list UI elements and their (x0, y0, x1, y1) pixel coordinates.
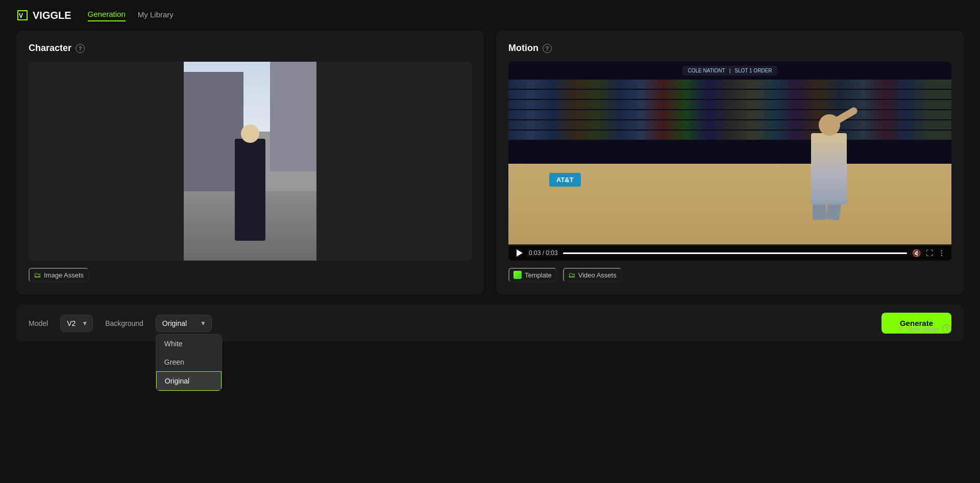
video-assets-label: Video Assets (578, 271, 617, 279)
background-label: Background (105, 319, 143, 327)
video-time: 0:03 / 0:03 (529, 249, 558, 257)
video-folder-icon: 🗂 (568, 271, 575, 279)
character-panel-header: Character ? (29, 43, 472, 54)
template-label: Template (525, 271, 552, 279)
crowd-rows (508, 80, 951, 141)
motion-panel-footer: Template 🗂 Video Assets (508, 268, 951, 282)
nav-items: Generation My Library (88, 10, 174, 21)
image-assets-label: Image Assets (44, 271, 84, 279)
character-panel-footer: 🗂 Image Assets (29, 268, 472, 282)
play-button[interactable] (514, 248, 524, 258)
background-dropdown-menu: White Green Original (156, 334, 222, 391)
character-title: Character (29, 43, 71, 54)
crowd-row-6 (508, 131, 951, 140)
logo-text: VIGGLE (33, 10, 71, 21)
video-controls: 0:03 / 0:03 🔇 ⛶ ⋮ (508, 244, 951, 261)
slow-mode-container: ⏱ Slow mode ? (897, 324, 951, 334)
nav-generation[interactable]: Generation (88, 10, 126, 21)
motion-help-icon[interactable]: ? (543, 44, 552, 53)
video-assets-btn[interactable]: 🗂 Video Assets (563, 268, 622, 282)
slow-mode-icon: ⏱ (897, 325, 903, 333)
svg-text:V: V (19, 12, 23, 19)
motion-panel: Motion ? COLE NATIONT | SLOT 1 ORDER (496, 31, 964, 294)
video-progress-bar[interactable] (563, 252, 907, 254)
video-progress-fill (563, 252, 907, 254)
person-body (235, 139, 265, 241)
crowd-row-1 (508, 80, 951, 89)
nav-my-library[interactable]: My Library (138, 10, 174, 21)
dancer-figure (798, 82, 860, 205)
mute-icon[interactable]: 🔇 (912, 249, 921, 257)
template-btn[interactable]: Template (508, 268, 557, 282)
template-icon (513, 271, 522, 279)
att-sign: AT&T (549, 173, 581, 187)
character-panel: Character ? 🗂 Image Assets (16, 31, 484, 294)
score-text-1: COLE NATIONT (688, 68, 725, 73)
background-select-wrapper: Original ▼ White Green Original (156, 315, 212, 332)
dropdown-original[interactable]: Original (156, 371, 222, 391)
score-text-2: | (729, 68, 731, 73)
main-content: Character ? 🗂 Image Assets (0, 31, 980, 342)
model-select-wrapper: V2 V1 V3 ▼ (60, 315, 93, 332)
crowd-row-4 (508, 110, 951, 119)
person-head (241, 124, 259, 143)
score-text-3: SLOT 1 ORDER (734, 68, 772, 73)
video-scene: COLE NATIONT | SLOT 1 ORDER (508, 62, 951, 245)
top-nav: V VIGGLE Generation My Library (0, 0, 980, 31)
model-label: Model (29, 319, 48, 327)
video-inner: COLE NATIONT | SLOT 1 ORDER (508, 62, 951, 245)
bottom-toolbar: Model V2 V1 V3 ▼ Background Original ▼ W… (16, 304, 964, 342)
svg-marker-2 (517, 249, 523, 257)
background-select-trigger[interactable]: Original ▼ (156, 315, 212, 332)
character-upload-area[interactable] (29, 62, 472, 261)
app-logo: V VIGGLE (16, 9, 71, 21)
background-select-arrow: ▼ (200, 320, 206, 327)
viggle-logo-icon: V (16, 9, 29, 21)
fullscreen-icon[interactable]: ⛶ (926, 249, 933, 257)
scoreboard: COLE NATIONT | SLOT 1 ORDER (683, 66, 777, 75)
image-assets-btn[interactable]: 🗂 Image Assets (29, 268, 89, 282)
dropdown-white[interactable]: White (156, 335, 222, 353)
crowd-row-2 (508, 90, 951, 99)
folder-icon: 🗂 (34, 271, 41, 279)
background-current-value: Original (162, 319, 187, 327)
dancer-body (811, 133, 847, 205)
building-right (270, 62, 316, 171)
crowd-row-5 (508, 120, 951, 130)
motion-title: Motion (508, 43, 538, 54)
slow-mode-label[interactable]: Slow mode (906, 325, 939, 333)
dropdown-green[interactable]: Green (156, 353, 222, 371)
motion-panel-header: Motion ? (508, 43, 951, 54)
character-help-icon[interactable]: ? (76, 44, 85, 53)
more-options-icon[interactable]: ⋮ (938, 249, 945, 257)
crowd-row-3 (508, 100, 951, 109)
video-control-icons: 🔇 ⛶ ⋮ (912, 249, 945, 257)
model-select[interactable]: V2 V1 V3 (60, 315, 93, 332)
motion-video-area[interactable]: COLE NATIONT | SLOT 1 ORDER (508, 62, 951, 261)
slow-mode-help-icon[interactable]: ? (942, 324, 951, 334)
character-image (184, 62, 316, 261)
panels-container: Character ? 🗂 Image Assets (16, 31, 964, 294)
